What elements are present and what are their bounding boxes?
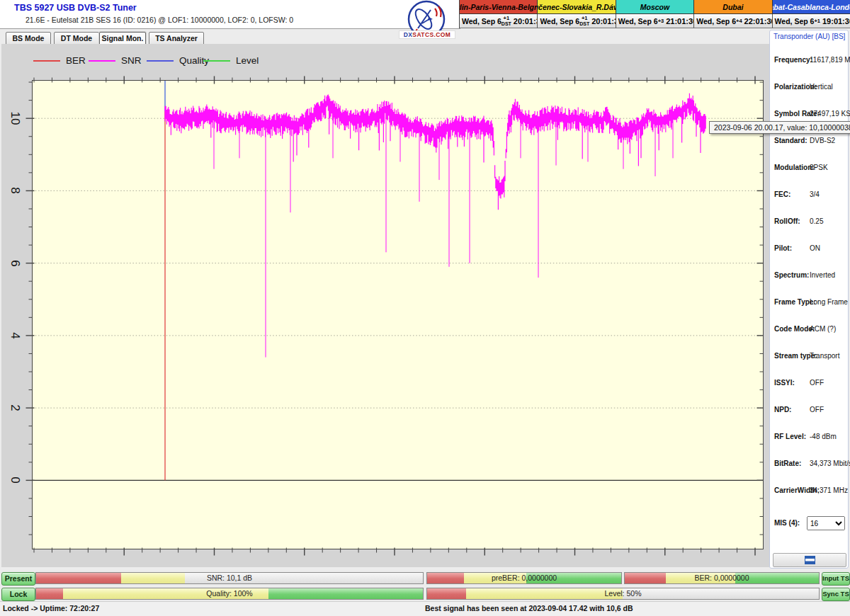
logo-rest: SATCS.COM bbox=[412, 31, 450, 38]
bar-label: SNR: 10,1 dB bbox=[36, 574, 423, 582]
transponder-field-rolloff: RollOff: 0.25 bbox=[770, 217, 849, 227]
field-label: Frequency: bbox=[774, 56, 812, 64]
legend-line-icon bbox=[203, 60, 230, 62]
sync-ts-button[interactable]: Sync TS bbox=[822, 588, 850, 601]
status-bar: Locked -> Uptime: 72:20:27 Best signal h… bbox=[0, 601, 850, 616]
field-value: ON bbox=[810, 244, 820, 252]
dxsatcs-logo: DXSATCS.COM bbox=[394, 0, 459, 42]
mis-label: MIS (4): bbox=[774, 519, 800, 527]
clock-city: Moscow bbox=[616, 0, 694, 14]
transponder-field-npd: NPD: OFF bbox=[770, 406, 849, 416]
legend-label: BER bbox=[66, 55, 86, 66]
clock-city: Lučenec-Slovakia_R.Dávid bbox=[538, 0, 616, 14]
chart-tooltip: 2023-09-06 20.00.17, value: 10,100000381… bbox=[709, 121, 850, 134]
legend-label: Level bbox=[236, 55, 259, 66]
field-label: RollOff: bbox=[774, 217, 800, 225]
clock-date: Wed, Sep 6 bbox=[540, 17, 579, 25]
quality-bar: Quality: 100% bbox=[35, 588, 424, 600]
transponder-field-carrierwidth: CarrierWidth: 34,371 MHz bbox=[770, 486, 849, 496]
field-label: Code Mode: bbox=[774, 325, 815, 333]
snr-bar: SNR: 10,1 dB bbox=[35, 572, 424, 584]
legend-label: SNR bbox=[121, 55, 142, 66]
transponder-field-streamtype: Stream type: Transport bbox=[770, 352, 849, 362]
field-label: BitRate: bbox=[774, 460, 801, 467]
legend-item-level: Level bbox=[203, 55, 259, 66]
clock-date: Wed, Sep 6 bbox=[462, 17, 502, 25]
world-clocks: Berlin-Paris-Vienna-BelgradeLučenec-Slov… bbox=[459, 0, 850, 28]
transponder-field-codemode: Code Mode: ACM (?) bbox=[770, 325, 849, 335]
transponder-field-pilot: Pilot: ON bbox=[770, 244, 849, 254]
field-label: Pilot: bbox=[774, 244, 792, 252]
clock-offset: +4 bbox=[736, 18, 742, 24]
best-signal-status: Best signal has been seen at 2023-09-04 … bbox=[425, 604, 633, 612]
ber-bar: BER: 0,0000000 bbox=[624, 572, 820, 584]
y-tick-label: 8 bbox=[8, 178, 22, 203]
signal-plot[interactable] bbox=[1, 44, 769, 567]
bar-label: preBER: 0,0000000 bbox=[427, 574, 621, 582]
present-button[interactable]: Present bbox=[1, 572, 35, 586]
field-value: Long Frame bbox=[810, 298, 848, 306]
y-tick-label: 2 bbox=[8, 396, 22, 420]
field-value: -48 dBm bbox=[810, 433, 837, 440]
clock-date: Wed, Sep 6 bbox=[696, 17, 736, 25]
legend-item-snr: SNR bbox=[89, 55, 142, 66]
y-tick-label: 0 bbox=[8, 468, 22, 492]
signal-chart[interactable]: BER SNR Quality Level 0246810 bbox=[1, 44, 769, 567]
transponder-field-bitrate: BitRate: 34,373 Mbit/s bbox=[770, 460, 849, 469]
clock-date: Wed, Sep 6 bbox=[775, 17, 815, 25]
export-button[interactable] bbox=[773, 553, 846, 567]
field-label: RF Level: bbox=[774, 433, 806, 440]
transponder-field-spectrum: Spectrum: Inverted bbox=[770, 271, 849, 281]
bar-label: BER: 0,0000000 bbox=[625, 574, 819, 582]
transponder-panel: Transponder (AU) [BS] Frequency: 11617,8… bbox=[769, 30, 849, 569]
bar-label: Level: 50% bbox=[427, 589, 819, 598]
logo-dx: DX bbox=[404, 31, 413, 38]
logo-caption: DXSATCS.COM bbox=[399, 30, 455, 39]
field-value: 3/4 bbox=[810, 190, 820, 198]
y-tick-label: 6 bbox=[8, 251, 22, 275]
field-value: Inverted bbox=[810, 271, 835, 279]
lock-button[interactable]: Lock bbox=[1, 588, 35, 601]
clock-time: Wed, Sep 6 +1DST 20:01:30 bbox=[538, 14, 616, 28]
transponder-field-symbolrate: Symbol Rate: 27497,19 KS/s bbox=[770, 110, 849, 120]
field-label: Modulation: bbox=[774, 164, 815, 171]
bar-label: Quality: 100% bbox=[36, 589, 423, 598]
signal-bars-area: PresentSNR: 10,1 dBpreBER: 0,0000000BER:… bbox=[0, 571, 850, 600]
level-bar: Level: 50% bbox=[426, 588, 820, 600]
app-window: TBS 5927 USB DVB-S2 Tuner 21.6E - Eutels… bbox=[0, 0, 850, 616]
field-value: OFF bbox=[810, 379, 824, 387]
field-label: NPD: bbox=[774, 406, 791, 413]
clock-offset: +3 bbox=[658, 18, 664, 24]
legend-line-icon bbox=[33, 60, 60, 62]
field-value: 8PSK bbox=[810, 164, 828, 171]
clock-time: Wed, Sep 6 +3 21:01:30 bbox=[616, 14, 694, 28]
mis-select[interactable]: 16 bbox=[807, 516, 845, 530]
legend-line-icon bbox=[89, 60, 115, 62]
transponder-field-modulation: Modulation: 8PSK bbox=[770, 164, 849, 173]
clock-city: Dubai bbox=[694, 0, 772, 14]
clock-time: Wed, Sep 6 +1DST 20:01:30 bbox=[460, 14, 538, 28]
field-value: 27497,19 KS/s bbox=[810, 110, 850, 118]
clock-city: Rabat-Casablanca-London bbox=[773, 0, 850, 14]
clock-date: Wed, Sep 6 bbox=[618, 17, 658, 25]
clock-hms: 21:01:30 bbox=[666, 17, 694, 25]
clock-offset: +1DST bbox=[502, 16, 511, 26]
legend-item-ber: BER bbox=[33, 55, 86, 66]
clock-time: Wed, Sep 6 +1 19:01:30 bbox=[773, 14, 850, 28]
y-tick-label: 10 bbox=[8, 106, 22, 130]
clock-hms: 19:01:30 bbox=[822, 17, 850, 25]
preber-bar: preBER: 0,0000000 bbox=[426, 572, 622, 584]
transponder-field-rflevel: RF Level: -48 dBm bbox=[770, 433, 849, 443]
input-ts-button[interactable]: Input TS bbox=[822, 572, 850, 586]
clock-hms: 22:01:30 bbox=[744, 17, 773, 25]
field-value: 34,371 MHz bbox=[810, 486, 848, 494]
field-value: 34,373 Mbit/s bbox=[810, 460, 850, 467]
legend-item-quality: Quality bbox=[147, 55, 209, 66]
field-value: Transport bbox=[810, 352, 839, 360]
clock-time: Wed, Sep 6 +4 22:01:30 bbox=[694, 14, 772, 28]
legend-line-icon bbox=[147, 60, 174, 62]
transponder-panel-title: Transponder (AU) [BS] bbox=[774, 33, 845, 40]
transponder-field-frametype: Frame Type: Long Frame bbox=[770, 298, 849, 308]
transponder-field-fec: FEC: 3/4 bbox=[770, 190, 849, 200]
mis-row: MIS (4): 16 bbox=[770, 519, 849, 529]
